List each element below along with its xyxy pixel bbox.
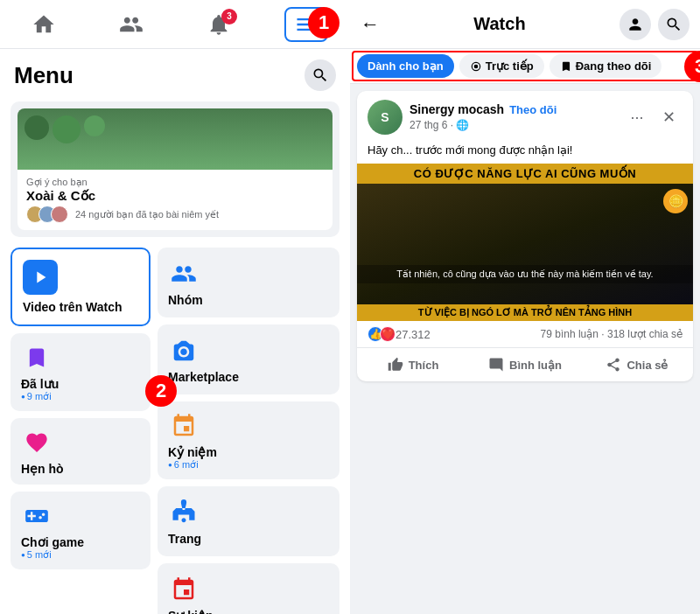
watch-profile-button[interactable]	[620, 9, 651, 40]
video-coin-icon: 🪙	[663, 189, 688, 213]
profile-hint: Gợi ý cho bạn	[26, 177, 324, 188]
trang-icon	[168, 497, 200, 528]
da-luu-label: Đã lưu	[21, 377, 140, 391]
tab-dang-theo-doi-label: Đang theo dõi	[576, 59, 652, 73]
menu-item-marketplace[interactable]: Marketplace 2	[158, 324, 340, 394]
tab-danh-cho-ban[interactable]: Dành cho bạn	[357, 54, 454, 78]
nav-friends[interactable]	[109, 7, 153, 42]
profile-friends: 24 người bạn đã tạo bài niêm yết	[26, 206, 324, 223]
hen-ho-label: Hẹn hò	[21, 462, 140, 476]
separator: ·	[601, 328, 607, 340]
comment-button[interactable]: Bình luận	[469, 350, 581, 380]
reaction-icon-group: 👍 ❤️	[368, 326, 392, 342]
annotation-1: 1	[308, 7, 340, 38]
nav-home[interactable]	[22, 7, 66, 42]
nav-notifications[interactable]: 3	[197, 7, 241, 42]
choi-game-label: Chơi game	[21, 535, 140, 549]
menu-item-hen-ho[interactable]: Hẹn hò	[10, 418, 150, 485]
post-close-button[interactable]: ✕	[654, 103, 682, 131]
video-post-card: S Sinergy mocash Theo dõi 27 thg 6 · 🌐 ·…	[357, 91, 693, 381]
svg-point-1	[473, 64, 478, 68]
post-author-row: Sinergy mocash Theo dõi	[410, 102, 616, 116]
video-overlay-bottom: TỪ VIỆC BỊ NGÓ LƠ MÀ TRỞ NÊN TẢNG HÌNH	[357, 304, 693, 321]
menu-item-ky-niem[interactable]: Kỷ niệm 6 mới	[158, 401, 340, 479]
left-panel: 3 1 Menu Gợi ý cho bạn Xoài & Cốc	[0, 0, 350, 614]
like-button[interactable]: Thích	[357, 350, 469, 380]
tab-truc-tiep[interactable]: Trực tiếp	[459, 54, 544, 78]
menu-col-right: Nhóm Marketplace 2 Kỷ niệm 6 mới	[158, 248, 340, 614]
nhom-icon	[168, 258, 200, 290]
post-time: 27 thg 6 · 🌐	[410, 119, 469, 131]
nhom-label: Nhóm	[168, 293, 203, 307]
follow-button[interactable]: Theo dõi	[509, 103, 556, 116]
hen-ho-icon	[21, 427, 52, 458]
notification-badge: 3	[221, 9, 237, 24]
profile-info: Gợi ý cho bạn Xoài & Cốc 24 người bạn đã…	[18, 170, 332, 230]
marketplace-label: Marketplace	[168, 370, 239, 384]
post-author: Sinergy mocash	[410, 102, 504, 116]
video-subtitle: Tất nhiên, cô cũng dựa vào ưu thế này mà…	[357, 265, 693, 283]
menu-item-su-kien[interactable]: Sự kiện	[158, 563, 340, 614]
menu-item-da-luu[interactable]: Đã lưu 9 mới	[10, 333, 150, 411]
menu-item-nhom[interactable]: Nhóm	[158, 248, 340, 317]
share-label: Chia sẻ	[626, 359, 668, 372]
video-background: CÓ ĐƯỢC NĂNG LỰC AI CŨNG MUỐN Tất nhiên,…	[357, 164, 693, 321]
profile-friends-text: 24 người bạn đã tạo bài niêm yết	[75, 209, 219, 220]
reactions-number: 27.312	[396, 328, 430, 341]
su-kien-icon	[168, 574, 200, 605]
menu-header: Menu	[0, 49, 350, 98]
annotation-2: 2	[145, 375, 177, 407]
profile-name: Xoài & Cốc	[26, 188, 324, 204]
ky-niem-label: Kỷ niệm	[168, 445, 217, 459]
watch-icons	[620, 9, 690, 40]
menu-item-video-watch[interactable]: Video trên Watch	[10, 248, 150, 326]
watch-title: Watch	[387, 14, 612, 34]
watch-search-button[interactable]	[658, 9, 690, 40]
su-kien-label: Sự kiện	[168, 609, 213, 614]
video-dark-area: Tất nhiên, cô cũng dựa vào ưu thế này mà…	[357, 184, 693, 304]
friend-avatars	[26, 206, 63, 223]
profile-suggestion[interactable]: Gợi ý cho bạn Xoài & Cốc 24 người bạn đã…	[10, 101, 340, 237]
tab-dang-theo-doi[interactable]: Đang theo dõi	[550, 54, 662, 78]
love-reaction-icon: ❤️	[380, 326, 396, 342]
menu-grid: Video trên Watch Đã lưu 9 mới Hẹn hò	[0, 241, 350, 614]
post-avatar: S	[368, 100, 402, 135]
action-buttons: Thích Bình luận Chia sẻ	[357, 348, 693, 381]
reactions-row: 👍 ❤️ 27.312 79 bình luận · 318 lượt chia…	[357, 321, 693, 348]
comment-label: Bình luận	[509, 359, 562, 372]
marketplace-icon	[168, 335, 200, 366]
post-action-icons: ··· ✕	[623, 103, 682, 131]
top-nav: 3 1	[0, 0, 350, 49]
shares-count: 318 lượt chia sẻ	[607, 328, 682, 340]
watch-tabs: Dành cho bạn Trực tiếp Đang theo dõi 3	[350, 49, 700, 84]
menu-search-button[interactable]	[304, 59, 336, 91]
video-overlay-top: CÓ ĐƯỢC NĂNG LỰC AI CŨNG MUỐN	[357, 164, 693, 184]
video-thumbnail[interactable]: CÓ ĐƯỢC NĂNG LỰC AI CŨNG MUỐN Tất nhiên,…	[357, 164, 693, 321]
choi-game-icon	[21, 500, 52, 532]
comments-shares: 79 bình luận · 318 lượt chia sẻ	[541, 328, 682, 340]
ky-niem-badge: 6 mới	[168, 459, 199, 471]
watch-topbar: ← Watch	[350, 0, 700, 49]
watch-back-button[interactable]: ←	[360, 13, 380, 36]
choi-game-badge: 5 mới	[21, 549, 140, 561]
menu-item-trang[interactable]: Trang	[158, 486, 340, 556]
video-watch-icon	[23, 260, 58, 295]
ky-niem-icon	[168, 410, 200, 442]
reactions-count: 👍 ❤️ 27.312	[368, 326, 430, 342]
menu-title: Menu	[14, 62, 74, 89]
post-more-button[interactable]: ···	[623, 103, 651, 131]
menu-col-left: Video trên Watch Đã lưu 9 mới Hẹn hò	[10, 248, 150, 614]
comments-count: 79 bình luận	[541, 328, 598, 340]
annotation-3: 3	[684, 51, 700, 82]
right-panel: ← Watch Dành cho bạn Trực tiếp Đang theo…	[350, 0, 700, 614]
like-label: Thích	[409, 359, 439, 372]
da-luu-icon	[21, 342, 52, 373]
share-button[interactable]: Chia sẻ	[581, 350, 693, 380]
post-header: S Sinergy mocash Theo dõi 27 thg 6 · 🌐 ·…	[357, 91, 693, 143]
da-luu-badge: 9 mới	[21, 391, 140, 402]
post-meta: Sinergy mocash Theo dõi 27 thg 6 · 🌐	[410, 102, 616, 132]
post-text: Hãy ch... trước mới mong được nhận lại!	[357, 143, 693, 164]
menu-item-choi-game[interactable]: Chơi game 5 mới	[10, 492, 150, 569]
tab-truc-tiep-label: Trực tiếp	[486, 59, 534, 73]
profile-cover	[18, 108, 332, 170]
